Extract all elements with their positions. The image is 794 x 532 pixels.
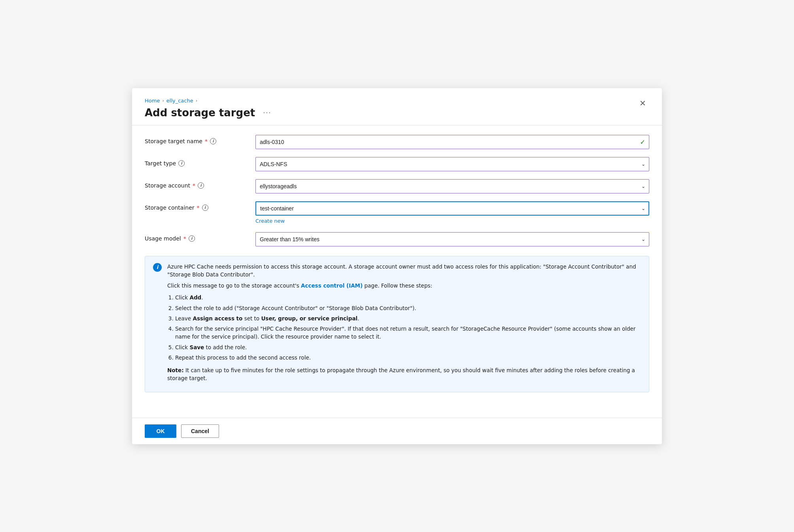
- storage-account-label: Storage account * i: [145, 179, 255, 189]
- close-button[interactable]: ✕: [636, 98, 649, 109]
- storage-container-info-icon[interactable]: i: [202, 204, 208, 211]
- breadcrumb: Home › elly_cache ›: [145, 98, 274, 104]
- info-click-msg: Click this message to go to the storage …: [167, 282, 641, 290]
- iam-link-text: Access control (IAM): [301, 282, 363, 289]
- storage-account-select[interactable]: ellystorageadls: [255, 179, 649, 193]
- storage-container-select[interactable]: test-container: [255, 201, 649, 216]
- info-steps-list: Click Add. Select the role to add ("Stor…: [175, 293, 641, 362]
- usage-model-row: Usage model * i Greater than 15% writes …: [145, 232, 649, 246]
- step-3: Leave Assign access to set to User, grou…: [175, 314, 641, 322]
- storage-account-control: ellystorageadls ⌄: [255, 179, 649, 193]
- add-storage-target-dialog: Home › elly_cache › Add storage target ·…: [132, 88, 662, 444]
- storage-target-name-control: ✓: [255, 135, 649, 149]
- storage-container-label: Storage container * i: [145, 201, 255, 211]
- info-note: Note: It can take up to five minutes for…: [167, 366, 641, 382]
- info-click-post: page. Follow these steps:: [363, 282, 432, 289]
- target-type-label: Target type i: [145, 157, 255, 167]
- dialog-body: Storage target name * i ✓ Target type i: [132, 125, 662, 418]
- info-box-content: Azure HPC Cache needs permission to acce…: [167, 263, 641, 386]
- usage-model-select[interactable]: Greater than 15% writes: [255, 232, 649, 246]
- target-type-select[interactable]: ADLS-NFS: [255, 157, 649, 171]
- target-type-row: Target type i ADLS-NFS ⌄: [145, 157, 649, 171]
- info-click-pre: Click this message to go to the storage …: [167, 282, 301, 289]
- step-6: Repeat this process to add the second ac…: [175, 354, 641, 362]
- usage-model-info-icon[interactable]: i: [189, 235, 195, 242]
- required-star-usage: *: [183, 235, 186, 242]
- info-intro: Azure HPC Cache needs permission to acce…: [167, 263, 641, 279]
- breadcrumb-cache[interactable]: elly_cache: [166, 98, 193, 104]
- step-3-bold1: Assign access to: [193, 315, 242, 322]
- dialog-header: Home › elly_cache › Add storage target ·…: [132, 88, 662, 125]
- storage-target-name-input-wrap: ✓: [255, 135, 649, 149]
- storage-container-control: test-container ⌄ Create new: [255, 201, 649, 224]
- breadcrumb-sep1: ›: [162, 98, 164, 103]
- step-1-bold: Add: [189, 294, 201, 301]
- title-row: Add storage target ···: [145, 107, 274, 119]
- info-box: i Azure HPC Cache needs permission to ac…: [145, 256, 649, 392]
- create-new-link[interactable]: Create new: [255, 218, 285, 224]
- storage-container-row: Storage container * i test-container ⌄ C…: [145, 201, 649, 224]
- breadcrumb-sep2: ›: [196, 98, 197, 103]
- step-5: Click Save to add the role.: [175, 343, 641, 351]
- header-left: Home › elly_cache › Add storage target ·…: [145, 98, 274, 119]
- step-2: Select the role to add ("Storage Account…: [175, 304, 641, 312]
- usage-model-select-wrap: Greater than 15% writes ⌄: [255, 232, 649, 246]
- step-5-bold: Save: [189, 344, 204, 350]
- usage-model-control: Greater than 15% writes ⌄: [255, 232, 649, 246]
- required-star-name: *: [205, 138, 208, 144]
- step-4: Search for the service principal "HPC Ca…: [175, 325, 641, 341]
- target-type-info-icon[interactable]: i: [178, 160, 185, 167]
- target-type-control: ADLS-NFS ⌄: [255, 157, 649, 171]
- dialog-footer: OK Cancel: [132, 418, 662, 444]
- storage-target-name-row: Storage target name * i ✓: [145, 135, 649, 149]
- storage-account-info-icon[interactable]: i: [198, 182, 204, 189]
- storage-account-select-wrap: ellystorageadls ⌄: [255, 179, 649, 193]
- breadcrumb-home[interactable]: Home: [145, 98, 160, 104]
- storage-account-row: Storage account * i ellystorageadls ⌄: [145, 179, 649, 193]
- note-bold: Note:: [167, 367, 184, 373]
- dialog-title: Add storage target: [145, 107, 255, 119]
- cancel-button[interactable]: Cancel: [181, 424, 219, 438]
- storage-target-name-info-icon[interactable]: i: [210, 138, 216, 144]
- usage-model-label: Usage model * i: [145, 232, 255, 242]
- step-3-bold2: User, group, or service principal: [261, 315, 357, 322]
- required-star-container: *: [197, 204, 200, 211]
- ok-button[interactable]: OK: [145, 424, 176, 438]
- required-star-account: *: [193, 182, 195, 189]
- target-type-select-wrap: ADLS-NFS ⌄: [255, 157, 649, 171]
- ellipsis-button[interactable]: ···: [260, 107, 274, 118]
- storage-container-select-wrap: test-container ⌄: [255, 201, 649, 216]
- storage-target-name-input[interactable]: [255, 135, 649, 149]
- iam-link[interactable]: Access control (IAM): [301, 282, 363, 289]
- storage-target-name-label: Storage target name * i: [145, 135, 255, 144]
- info-box-icon: i: [153, 263, 162, 272]
- note-text: It can take up to five minutes for the r…: [167, 367, 635, 381]
- step-1: Click Add.: [175, 293, 641, 301]
